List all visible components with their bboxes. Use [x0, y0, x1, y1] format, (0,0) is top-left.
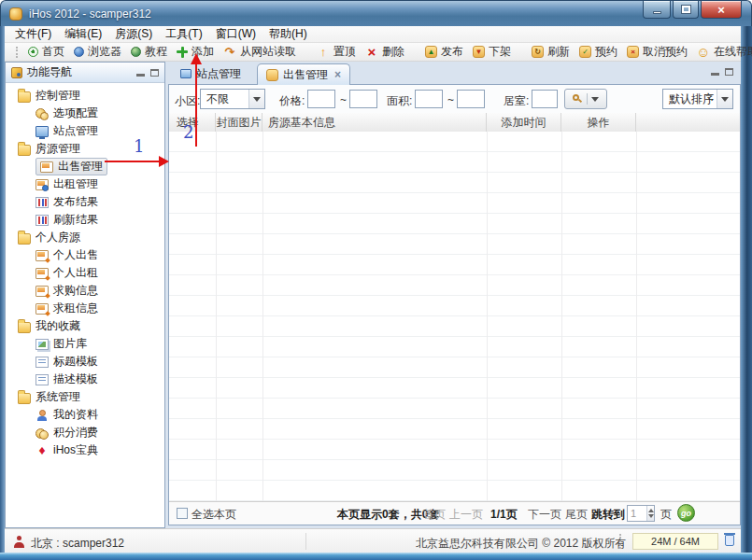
tutorial-button[interactable]: 教程	[126, 44, 172, 60]
panel-maximize-icon[interactable]	[150, 69, 159, 77]
delete-button[interactable]: ×删除	[361, 44, 409, 60]
gear-icon	[35, 108, 49, 119]
annotation-number-1: 1	[134, 136, 144, 156]
annotation-arrow-1-line	[105, 161, 159, 162]
online-help-button[interactable]: ☺在线帮助	[692, 44, 752, 60]
spin-down-icon[interactable]	[648, 514, 654, 518]
menu-edit[interactable]: 编辑(E)	[58, 25, 108, 43]
sidebar-folder-system-management[interactable]: 系统管理	[18, 388, 164, 406]
panel-minimize-icon[interactable]	[136, 74, 145, 77]
read-from-site-button[interactable]: ↷从网站读取	[219, 44, 301, 60]
sidebar-item-points-spending[interactable]: 积分消费	[35, 424, 164, 441]
column-header-actions[interactable]: 操作	[561, 113, 636, 132]
trash-icon[interactable]	[725, 535, 734, 546]
last-page-link[interactable]: 尾页	[565, 507, 588, 523]
jump-page-input[interactable]	[628, 506, 646, 521]
maximize-button[interactable]	[673, 1, 699, 19]
sidebar-item-description-templates[interactable]: 描述模板	[35, 371, 164, 388]
folder-icon	[18, 91, 31, 103]
sort-value: 默认排序	[663, 91, 717, 107]
refresh-button[interactable]: ↻刷新	[527, 44, 575, 60]
column-header-cover-image[interactable]: 封面图片	[216, 113, 262, 132]
menu-file[interactable]: 文件(F)	[8, 25, 58, 43]
sidebar-item-option-config[interactable]: 选项配置	[35, 105, 164, 122]
price-max-input[interactable]	[349, 90, 377, 108]
chevron-down-icon	[591, 97, 599, 102]
column-header-listing-info[interactable]: 房源基本信息	[262, 113, 487, 132]
menu-listing[interactable]: 房源(S)	[108, 25, 159, 43]
publish-icon: ▲	[425, 46, 437, 58]
jump-page-spinner[interactable]	[627, 505, 655, 522]
cancel-reserve-button[interactable]: ×取消预约	[622, 44, 692, 60]
memory-indicator[interactable]: 24M / 64M	[632, 533, 718, 550]
panel-header-buttons	[136, 69, 159, 77]
menu-tools[interactable]: 工具(T)	[159, 25, 208, 43]
sidebar-item-my-profile[interactable]: 我的资料	[35, 406, 164, 424]
column-header-added-time[interactable]: 添加时间	[487, 113, 561, 132]
next-page-link[interactable]: 下一页	[528, 507, 561, 523]
view-minimize-icon[interactable]	[711, 73, 719, 76]
community-dropdown[interactable]: 不限	[200, 89, 265, 109]
sidebar-item-refresh-results[interactable]: 刷新结果	[35, 211, 164, 229]
tab-close-icon[interactable]: ×	[334, 68, 341, 81]
tab-sale-management[interactable]: 出售管理 ×	[257, 63, 350, 85]
area-max-input[interactable]	[457, 90, 485, 108]
filter-bar: 小区: 不限 价格: ~ 面积: ~ 居室:	[169, 85, 740, 114]
view-header-buttons	[711, 68, 733, 76]
close-button[interactable]: ×	[701, 1, 742, 19]
sidebar-item-personal-rent[interactable]: 个人出租	[35, 264, 164, 282]
column-header-empty	[636, 113, 740, 132]
sort-dropdown[interactable]: 默认排序	[662, 89, 733, 109]
sidebar-item-publish-results[interactable]: 发布结果	[35, 193, 164, 211]
prev-page-link[interactable]: 上一页	[449, 507, 483, 523]
card-pencil-icon	[35, 268, 49, 279]
minimize-button[interactable]	[643, 1, 671, 19]
listing-card-icon	[266, 69, 278, 81]
sidebar-item-buy-requests[interactable]: 求购信息	[35, 282, 164, 300]
unpublish-button[interactable]: ▼下架	[468, 44, 516, 60]
sidebar-item-personal-sale[interactable]: 个人出售	[35, 246, 164, 264]
pin-top-button[interactable]: ↑置顶	[312, 44, 361, 60]
rooms-input[interactable]	[532, 90, 558, 108]
search-button[interactable]	[564, 89, 607, 109]
first-page-link[interactable]: 首页	[423, 507, 446, 523]
select-all-checkbox[interactable]	[177, 508, 188, 519]
column-separator	[216, 132, 217, 501]
sidebar-item-image-library[interactable]: 图片库	[35, 335, 164, 353]
browser-button[interactable]: 浏览器	[69, 44, 126, 60]
column-separator	[561, 132, 562, 501]
sale-management-panel: 小区: 不限 价格: ~ 面积: ~ 居室:	[168, 84, 741, 525]
menu-help[interactable]: 帮助(H)	[262, 25, 314, 43]
sidebar-item-rent-management[interactable]: 出租管理	[35, 175, 164, 193]
folder-icon	[18, 393, 31, 404]
price-min-input[interactable]	[307, 90, 335, 108]
home-icon	[28, 47, 38, 57]
menu-bar: 文件(F) 编辑(E) 房源(S) 工具(T) 窗口(W) 帮助(H)	[5, 26, 741, 43]
go-button[interactable]: go	[677, 504, 695, 522]
menu-window[interactable]: 窗口(W)	[209, 25, 262, 43]
publish-button[interactable]: ▲发布	[420, 44, 468, 60]
card-arrow-icon	[35, 286, 49, 297]
navigation-panel-header: 功能导航	[6, 63, 164, 83]
home-button[interactable]: 首页	[23, 44, 69, 60]
navigation-panel: 功能导航 控制管理 选项配置 站点管理 房源管理 出售管理 出租管理 发布结果 …	[5, 62, 165, 528]
column-separator	[636, 132, 637, 501]
refresh-icon: ↻	[532, 46, 544, 58]
sidebar-item-ihos-handbook[interactable]: ♦iHos宝典	[35, 441, 164, 459]
sidebar-item-title-templates[interactable]: 标题模板	[35, 353, 164, 371]
area-min-input[interactable]	[415, 90, 443, 108]
sidebar-folder-my-favorites[interactable]: 我的收藏	[18, 317, 164, 335]
person-icon	[35, 410, 49, 421]
sidebar-folder-personal-listings[interactable]: 个人房源	[18, 229, 164, 246]
spinner-arrows[interactable]	[646, 506, 654, 521]
card-arrow-icon	[35, 303, 49, 315]
sidebar-item-site-management[interactable]: 站点管理	[35, 122, 164, 140]
sidebar-folder-control-management[interactable]: 控制管理	[18, 87, 164, 105]
jump-label: 跳转到	[591, 507, 625, 523]
sidebar-item-rent-requests[interactable]: 求租信息	[35, 300, 164, 317]
reserve-button[interactable]: ✓预约	[575, 44, 622, 60]
navigation-icon	[11, 67, 22, 78]
view-maximize-icon[interactable]	[725, 68, 733, 76]
tab-site-management[interactable]: 站点管理	[172, 63, 249, 84]
spin-up-icon[interactable]	[648, 509, 654, 512]
